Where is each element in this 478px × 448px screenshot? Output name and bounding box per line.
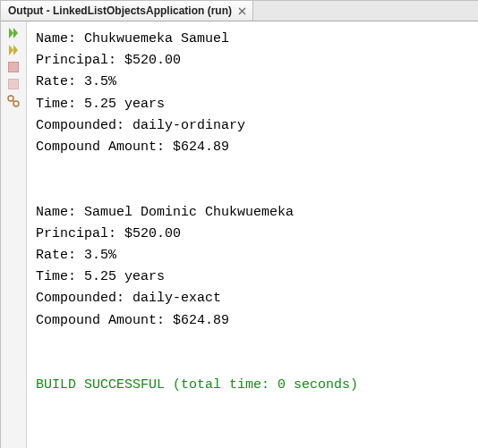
console-line: Rate: 3.5% bbox=[36, 74, 116, 89]
tab-output[interactable]: Output - LinkedListObjectsApplication (r… bbox=[1, 1, 253, 21]
console-line: Compound Amount: $624.89 bbox=[36, 139, 229, 155]
console[interactable]: Name: Chukwuemeka Samuel Principal: $520… bbox=[27, 21, 478, 448]
console-line: Name: Samuel Dominic Chukwuemeka bbox=[36, 205, 294, 220]
stop-icon[interactable] bbox=[8, 62, 19, 72]
console-line: Compounded: daily-exact bbox=[36, 291, 221, 306]
rerun-alt-icon[interactable] bbox=[6, 43, 21, 57]
console-line: Compound Amount: $624.89 bbox=[36, 313, 229, 328]
console-line: Principal: $520.00 bbox=[36, 53, 181, 68]
gutter bbox=[1, 21, 27, 448]
console-line: Principal: $520.00 bbox=[36, 226, 181, 241]
output-body: Name: Chukwuemeka Samuel Principal: $520… bbox=[1, 21, 478, 448]
tab-title: Output - LinkedListObjectsApplication (r… bbox=[8, 4, 232, 17]
stop-dim-icon bbox=[8, 79, 19, 89]
build-status: BUILD SUCCESSFUL (total time: 0 seconds) bbox=[36, 377, 358, 393]
settings-icon[interactable] bbox=[6, 94, 21, 108]
output-window: Output - LinkedListObjectsApplication (r… bbox=[0, 0, 478, 448]
rerun-icon[interactable] bbox=[6, 26, 21, 40]
console-line: Time: 5.25 years bbox=[36, 97, 165, 112]
close-icon[interactable] bbox=[237, 6, 247, 16]
tab-bar: Output - LinkedListObjectsApplication (r… bbox=[1, 1, 478, 21]
console-line: Name: Chukwuemeka Samuel bbox=[36, 31, 229, 46]
console-line: Compounded: daily-ordinary bbox=[36, 118, 245, 133]
console-line: Rate: 3.5% bbox=[36, 248, 116, 263]
console-line: Time: 5.25 years bbox=[36, 269, 165, 284]
